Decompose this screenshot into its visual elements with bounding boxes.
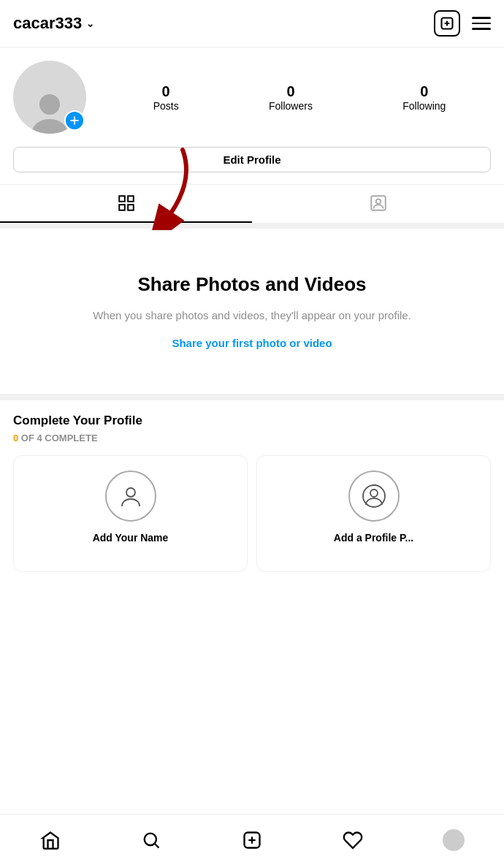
progress-label: COMPLETE <box>45 432 97 443</box>
section-divider <box>0 223 504 229</box>
add-name-label: Add Your Name <box>93 532 169 544</box>
add-name-card[interactable]: Add Your Name <box>13 455 248 572</box>
profile-tabs <box>0 184 504 223</box>
add-profile-photo-label: Add a Profile P... <box>334 532 413 544</box>
empty-state-subtitle: When you share photos and videos, they'l… <box>29 308 475 324</box>
person-icon <box>118 483 144 509</box>
svg-point-14 <box>126 488 135 497</box>
nav-add[interactable] <box>234 822 270 858</box>
svg-rect-11 <box>128 205 134 210</box>
svg-line-18 <box>155 844 159 847</box>
username-area[interactable]: cacar333 ⌄ <box>13 14 94 33</box>
header-actions <box>434 10 491 37</box>
section-divider-2 <box>0 395 504 400</box>
posts-stat[interactable]: 0 Posts <box>153 83 179 112</box>
add-name-icon-circle <box>105 470 156 522</box>
followers-count: 0 <box>286 83 294 100</box>
header: cacar333 ⌄ <box>0 0 504 47</box>
hamburger-line <box>472 17 491 19</box>
home-icon <box>40 830 61 850</box>
new-post-icon[interactable] <box>434 10 460 37</box>
share-first-photo-link[interactable]: Share your first photo or video <box>172 337 332 349</box>
complete-profile-section: Complete Your Profile 0 OF 4 COMPLETE Ad… <box>0 400 504 572</box>
nav-home[interactable] <box>32 822 69 858</box>
following-label: Following <box>402 100 446 112</box>
followers-stat[interactable]: 0 Followers <box>269 83 313 112</box>
add-photo-button[interactable] <box>64 110 85 131</box>
svg-point-17 <box>145 833 156 845</box>
svg-rect-8 <box>119 196 125 202</box>
profile-section: 0 Posts 0 Followers 0 Following Edit Pro… <box>0 47 504 223</box>
posts-label: Posts <box>153 100 179 112</box>
plus-icon <box>69 115 80 126</box>
following-stat[interactable]: 0 Following <box>402 83 446 112</box>
add-icon <box>242 830 262 850</box>
svg-point-16 <box>370 489 378 497</box>
tab-tagged[interactable] <box>252 185 504 223</box>
menu-icon[interactable] <box>472 17 491 30</box>
nav-profile[interactable] <box>435 822 472 858</box>
hamburger-line <box>472 23 491 25</box>
stats-row: 0 Posts 0 Followers 0 Following <box>108 83 491 112</box>
profile-top: 0 Posts 0 Followers 0 Following <box>13 61 491 134</box>
svg-point-4 <box>39 94 60 115</box>
progress-total: OF 4 <box>21 432 45 443</box>
complete-profile-cards: Add Your Name Add a Profile P... <box>13 455 491 572</box>
progress-count: 0 <box>13 432 21 443</box>
svg-rect-9 <box>128 196 134 202</box>
plus-square-icon <box>440 16 454 31</box>
posts-count: 0 <box>162 83 170 100</box>
nav-activity[interactable] <box>335 822 371 858</box>
complete-profile-progress: 0 OF 4 COMPLETE <box>13 432 491 443</box>
heart-icon <box>343 830 363 850</box>
username-text: cacar333 <box>13 14 82 33</box>
svg-point-5 <box>32 119 67 134</box>
hamburger-line <box>472 28 491 30</box>
person-tag-icon <box>369 194 388 213</box>
empty-state-title: Share Photos and Videos <box>29 273 475 297</box>
avatar-silhouette-icon <box>27 88 72 134</box>
profile-photo-icon <box>361 483 387 509</box>
svg-rect-10 <box>119 205 125 210</box>
avatar-wrap <box>13 61 86 134</box>
empty-state-section: Share Photos and Videos When you share p… <box>0 229 504 395</box>
nav-profile-avatar <box>443 829 465 851</box>
following-count: 0 <box>420 83 428 100</box>
chevron-down-icon: ⌄ <box>86 18 94 29</box>
edit-profile-button[interactable]: Edit Profile <box>13 147 491 172</box>
grid-icon <box>117 194 136 213</box>
add-profile-photo-card[interactable]: Add a Profile P... <box>256 455 491 572</box>
svg-point-13 <box>375 199 381 205</box>
add-profile-photo-icon-circle <box>348 470 400 522</box>
search-icon <box>141 830 161 850</box>
followers-label: Followers <box>269 100 313 112</box>
complete-profile-title: Complete Your Profile <box>13 414 491 428</box>
bottom-nav <box>0 814 504 865</box>
nav-search[interactable] <box>133 822 169 858</box>
tab-grid[interactable] <box>0 185 252 223</box>
